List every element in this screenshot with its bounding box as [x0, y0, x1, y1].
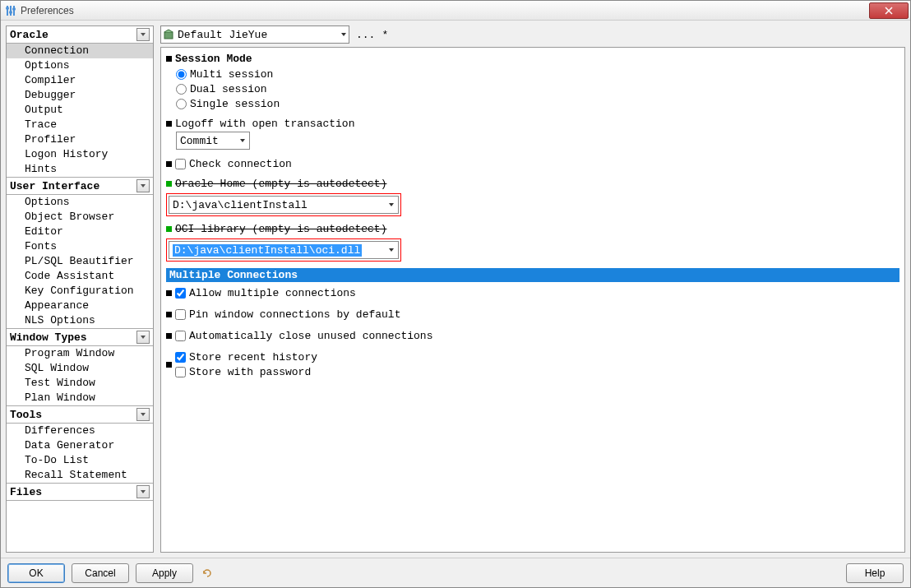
titlebar: Preferences [1, 1, 910, 21]
sidebar-item[interactable]: Hints [7, 162, 153, 177]
session-radio[interactable] [176, 84, 187, 95]
sidebar-item[interactable]: Key Configuration [7, 284, 153, 299]
sidebar-item[interactable]: Data Generator [7, 438, 153, 453]
check-connection-row[interactable]: Check connection [175, 156, 292, 171]
category-header[interactable]: Tools [7, 405, 153, 424]
session-radio[interactable] [176, 99, 187, 109]
oracle-home-group: Oracle Home (empty is autodetect) D:\jav… [166, 178, 899, 216]
flag-icon [166, 181, 172, 187]
logoff-group: Logoff with open transaction Commit [166, 118, 899, 150]
preset-modified-star: * [382, 29, 388, 41]
sidebar-item[interactable]: NLS Options [7, 313, 153, 328]
preset-ellipsis[interactable]: ... [353, 29, 378, 41]
logoff-combo[interactable]: Commit [176, 132, 250, 150]
oci-library-group: OCI library (empty is autodetect) D:\jav… [166, 223, 899, 262]
logoff-label: Logoff with open transaction [175, 118, 354, 130]
session-radio[interactable] [176, 69, 187, 80]
allow-multiple-checkbox[interactable] [175, 288, 186, 299]
auto-close-group: Automatically close unused connections [166, 328, 899, 343]
chevron-down-icon [239, 135, 246, 147]
category-label: User Interface [10, 180, 99, 192]
sidebar-item[interactable]: Options [7, 58, 153, 73]
sidebar-item[interactable]: Options [7, 195, 153, 210]
sidebar-item[interactable]: PL/SQL Beautifier [7, 254, 153, 269]
sidebar-item[interactable]: To-Do List [7, 453, 153, 468]
category-header[interactable]: Window Types [7, 328, 153, 346]
sidebar-item[interactable]: Debugger [7, 88, 153, 103]
preset-value: Default JieYue [178, 29, 337, 41]
chevron-down-icon [388, 199, 395, 211]
flag-icon [166, 161, 172, 167]
chevron-down-icon[interactable] [136, 408, 150, 421]
cancel-button[interactable]: Cancel [72, 563, 129, 583]
sidebar-item[interactable]: Editor [7, 225, 153, 239]
store-history-checkbox[interactable] [175, 352, 186, 363]
sidebar-item[interactable]: Compiler [7, 73, 153, 88]
session-radio-row[interactable]: Multi session [176, 67, 899, 81]
settings-body: Session Mode Multi sessionDual sessionSi… [160, 47, 905, 553]
category-label: Tools [10, 409, 42, 421]
sidebar-item[interactable]: Test Window [7, 376, 153, 391]
category-header[interactable]: Files [7, 483, 153, 501]
sidebar-item[interactable]: Trace [7, 118, 153, 132]
sidebar-item[interactable]: Profiler [7, 132, 153, 147]
flag-icon [166, 121, 172, 127]
store-password-row[interactable]: Store with password [175, 364, 317, 379]
content-area: OracleConnectionOptionsCompilerDebuggerO… [1, 21, 910, 558]
chevron-down-icon[interactable] [136, 331, 150, 344]
check-connection-group: Check connection [166, 156, 899, 171]
sidebar-item[interactable]: Recall Statement [7, 468, 153, 483]
help-button[interactable]: Help [846, 563, 904, 583]
sidebar-item[interactable]: Appearance [7, 299, 153, 313]
sidebar-item[interactable]: Logon History [7, 147, 153, 162]
auto-close-row[interactable]: Automatically close unused connections [175, 328, 432, 343]
session-radio-row[interactable]: Dual session [176, 81, 899, 96]
flag-icon [166, 333, 172, 339]
preset-combo[interactable]: Default JieYue [160, 25, 349, 44]
preset-bar: Default JieYue ... * [160, 25, 905, 44]
session-radio-row[interactable]: Single session [176, 96, 899, 111]
sidebar-item[interactable]: Connection [7, 44, 153, 58]
ok-button[interactable]: OK [7, 563, 65, 583]
sidebar-item[interactable]: Fonts [7, 239, 153, 254]
oracle-home-combo[interactable]: D:\java\clientInstall [169, 196, 399, 214]
multiple-connections-header: Multiple Connections [166, 268, 899, 282]
session-mode-group: Session Mode Multi sessionDual sessionSi… [166, 53, 899, 111]
sidebar-item[interactable]: Output [7, 103, 153, 118]
chevron-down-icon [340, 29, 347, 41]
reset-icon[interactable] [200, 566, 215, 581]
sidebar-item[interactable]: Object Browser [7, 210, 153, 225]
chevron-down-icon[interactable] [136, 485, 150, 498]
auto-close-checkbox[interactable] [175, 331, 186, 341]
store-password-checkbox[interactable] [175, 367, 186, 377]
pin-window-checkbox[interactable] [175, 309, 186, 320]
oracle-home-highlight: D:\java\clientInstall [166, 193, 401, 216]
sidebar-item[interactable]: Code Assistant [7, 269, 153, 284]
chevron-down-icon[interactable] [136, 28, 150, 41]
category-header[interactable]: Oracle [7, 26, 153, 44]
sidebar-item[interactable]: Plan Window [7, 391, 153, 405]
close-button[interactable] [869, 2, 909, 19]
oracle-home-label: Oracle Home (empty is autodetect) [175, 178, 386, 190]
bottom-bar: OK Cancel Apply Help [1, 558, 910, 587]
sidebar-item[interactable]: Program Window [7, 346, 153, 361]
pin-window-group: Pin window connections by default [166, 307, 899, 322]
main-panel: Default JieYue ... * Session Mode Multi … [160, 25, 905, 553]
svg-rect-6 [164, 32, 173, 39]
svg-point-3 [6, 7, 9, 10]
sidebar-item[interactable]: Differences [7, 424, 153, 438]
category-label: Oracle [10, 29, 49, 41]
sidebar-item[interactable]: SQL Window [7, 361, 153, 376]
allow-multiple-row[interactable]: Allow multiple connections [175, 285, 356, 300]
svg-point-4 [9, 11, 12, 14]
allow-multiple-group: Allow multiple connections [166, 285, 899, 300]
flag-icon [166, 56, 172, 62]
sidebar: OracleConnectionOptionsCompilerDebuggerO… [6, 25, 154, 553]
category-header[interactable]: User Interface [7, 177, 153, 195]
apply-button[interactable]: Apply [136, 563, 193, 583]
oci-library-combo[interactable]: D:\java\clientInstall\oci.dll [169, 241, 399, 259]
pin-window-row[interactable]: Pin window connections by default [175, 307, 400, 322]
check-connection-checkbox[interactable] [175, 159, 186, 169]
store-history-row[interactable]: Store recent history [175, 350, 317, 364]
chevron-down-icon[interactable] [136, 179, 150, 192]
